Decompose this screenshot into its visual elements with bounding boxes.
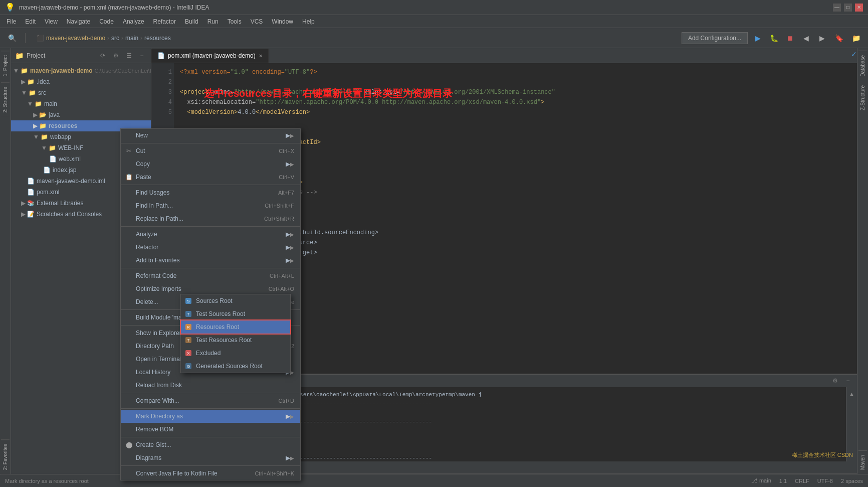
status-message: Mark directory as a resources root: [5, 478, 89, 484]
toolbar-search-btn[interactable]: 🔍: [5, 31, 19, 45]
tree-indexjsp-label: index.jsp: [53, 167, 76, 174]
expand-icon-main: ▼: [27, 100, 33, 107]
panel-settings-btn[interactable]: ⚙: [111, 51, 121, 61]
new-submenu-icon: ▶: [286, 132, 294, 139]
ctx-new[interactable]: New ▶: [121, 129, 300, 142]
run-button[interactable]: ▶: [751, 31, 765, 45]
bookmark-button[interactable]: 🔖: [832, 31, 846, 45]
code-line-3: <project xmlns="http://maven.apache.org/…: [180, 87, 851, 97]
favorites-tab[interactable]: 2: Favorites: [1, 439, 10, 474]
main-area: 1: Project 2: Structure 2: Favorites 📁 P…: [0, 48, 868, 474]
ctx-reload-disk[interactable]: Reload from Disk: [121, 379, 300, 392]
submenu-test-sources-root[interactable]: T Test Sources Root: [181, 307, 290, 320]
ctx-replace-in-path[interactable]: Replace in Path... Ctrl+Shift+R: [121, 212, 300, 225]
panel-hide-btn[interactable]: −: [137, 51, 147, 61]
panel-sync-btn[interactable]: ⟳: [98, 51, 108, 61]
stop-button[interactable]: ⏹: [783, 31, 797, 45]
ctx-reformat[interactable]: Reformat Code Ctrl+Alt+L: [121, 269, 300, 282]
ctx-sep-2: [121, 185, 300, 185]
submenu-excluded[interactable]: X Excluded: [181, 347, 290, 360]
menu-file[interactable]: File: [3, 17, 20, 26]
status-right: ⎇ main 1:1 CRLF UTF-8 2 spaces: [751, 477, 863, 484]
ctx-create-gist[interactable]: ⬤ Create Gist...: [121, 438, 300, 451]
menu-help[interactable]: Help: [298, 17, 319, 26]
maven-tab[interactable]: Maven: [858, 450, 867, 474]
editor-tab-pomxml[interactable]: 📄 pom.xml (maven-javaweb-demo) ✕: [151, 49, 269, 63]
resources-folder-icon: 📁: [39, 122, 47, 129]
menu-window[interactable]: Window: [268, 17, 297, 26]
menu-tools[interactable]: Tools: [224, 17, 246, 26]
menu-run[interactable]: Run: [203, 17, 223, 26]
tree-pomxml-label: pom.xml: [37, 189, 59, 196]
ctx-sep-7: [121, 393, 300, 393]
diagrams-submenu-icon: ▶: [286, 454, 294, 461]
ctx-refactor[interactable]: Refactor ▶: [121, 241, 300, 254]
project-panel-header: 📁 Project ⟳ ⚙ ☰ −: [11, 48, 151, 63]
next-button[interactable]: ▶: [815, 31, 829, 45]
breadcrumb-main[interactable]: main: [125, 35, 138, 42]
replace-in-path-shortcut: Ctrl+Shift+R: [264, 216, 294, 222]
menu-code[interactable]: Code: [95, 17, 118, 26]
menu-analyze[interactable]: Analyze: [119, 17, 148, 26]
menu-build[interactable]: Build: [181, 17, 202, 26]
ctx-mark-directory-as[interactable]: Mark Directory as ▶: [121, 410, 300, 423]
svg-text:T: T: [187, 338, 190, 343]
scratches-icon: 📝: [27, 211, 35, 218]
panel-options-btn[interactable]: ☰: [124, 51, 134, 61]
window-controls: — □ ✕: [833, 4, 863, 12]
close-button[interactable]: ✕: [855, 4, 863, 12]
remove-bom-label: Remove BOM: [136, 426, 173, 433]
tree-item-main[interactable]: ▼ 📁 main: [11, 98, 151, 109]
ctx-analyze[interactable]: Analyze ▶: [121, 228, 300, 241]
debug-button[interactable]: 🐛: [767, 31, 781, 45]
paste-icon: 📋: [125, 174, 133, 181]
breadcrumb-src[interactable]: src: [111, 35, 119, 42]
submenu-test-resources-root[interactable]: T Test Resources Root: [181, 334, 290, 347]
ctx-find-in-path[interactable]: Find in Path... Ctrl+Shift+F: [121, 199, 300, 212]
z-structure-tab[interactable]: Z-Structure: [858, 81, 867, 114]
ctx-remove-bom[interactable]: Remove BOM: [121, 423, 300, 436]
submenu-resources-root[interactable]: R Resources Root: [181, 320, 290, 334]
folder-button[interactable]: 📁: [849, 31, 863, 45]
minimize-button[interactable]: —: [833, 4, 841, 12]
project-tab[interactable]: 1: Project: [1, 51, 10, 80]
title-left: 💡 maven-javaweb-demo - pom.xml (maven-ja…: [5, 3, 209, 12]
expand-icon-webapp: ▼: [33, 133, 39, 140]
breadcrumb-resources[interactable]: resources: [144, 35, 171, 42]
tree-item-idea[interactable]: ▶ 📁 .idea: [11, 76, 151, 87]
add-configuration-button[interactable]: Add Configuration...: [682, 32, 748, 44]
tree-item-root[interactable]: ▼ 📁 maven-javaweb-demo C:\Users\CaoChenL…: [11, 65, 151, 76]
maximize-button[interactable]: □: [844, 4, 852, 12]
menu-vcs[interactable]: VCS: [247, 17, 267, 26]
project-panel-title: Project: [27, 52, 95, 59]
run-close-btn[interactable]: −: [843, 376, 853, 386]
ctx-add-favorites[interactable]: Add to Favorites ▶: [121, 254, 300, 267]
tab-close-btn[interactable]: ✕: [259, 53, 263, 59]
ctx-paste[interactable]: 📋 Paste Ctrl+V: [121, 171, 300, 184]
breadcrumb-project[interactable]: maven-javaweb-demo: [46, 35, 105, 42]
ctx-diagrams[interactable]: Diagrams ▶: [121, 451, 300, 464]
menu-view[interactable]: View: [41, 17, 62, 26]
run-settings-btn[interactable]: ⚙: [830, 376, 840, 386]
menu-edit[interactable]: Edit: [21, 17, 40, 26]
menu-bar: File Edit View Navigate Code Analyze Ref…: [0, 15, 868, 28]
tree-item-java[interactable]: ▶ 📂 java: [11, 109, 151, 120]
submenu-generated-sources-root[interactable]: G Generated Sources Root: [181, 360, 290, 373]
prev-button[interactable]: ◀: [799, 31, 813, 45]
ctx-compare-with[interactable]: Compare With... Ctrl+D: [121, 394, 300, 407]
ctx-find-usages[interactable]: Find Usages Alt+F7: [121, 186, 300, 199]
mark-dir-label: Mark Directory as: [136, 413, 183, 420]
menu-refactor[interactable]: Refactor: [149, 17, 180, 26]
ctx-convert-kotlin[interactable]: Convert Java File to Kotlin File Ctrl+Al…: [121, 467, 300, 480]
tree-item-src[interactable]: ▼ 📁 src: [11, 87, 151, 98]
tree-java-label: java: [49, 111, 60, 118]
tab-icon: 📄: [157, 52, 165, 59]
menu-navigate[interactable]: Navigate: [63, 17, 94, 26]
iml-icon: 📄: [27, 178, 35, 185]
ctx-copy[interactable]: Copy ▶: [121, 157, 300, 171]
submenu-sources-root[interactable]: S Sources Root: [181, 294, 290, 307]
database-tab[interactable]: Database: [858, 51, 867, 81]
ctx-cut[interactable]: ✂ Cut Ctrl+X: [121, 144, 300, 157]
main-folder-icon: 📁: [35, 100, 42, 107]
structure-tab[interactable]: 2: Structure: [1, 82, 10, 117]
